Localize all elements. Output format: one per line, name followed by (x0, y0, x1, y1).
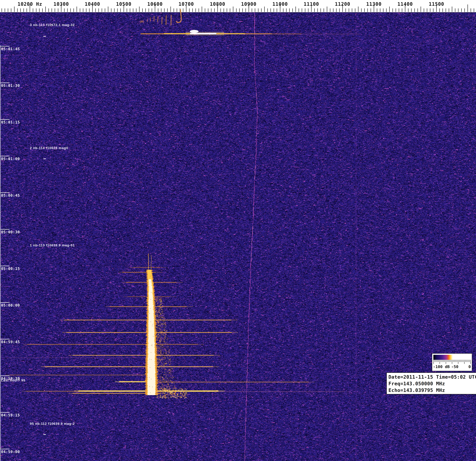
spectrogram-window: -100 dB -50 0 Date=2011-11-15 Time=05:02… (0, 0, 476, 461)
spectrogram-canvas (0, 0, 476, 461)
